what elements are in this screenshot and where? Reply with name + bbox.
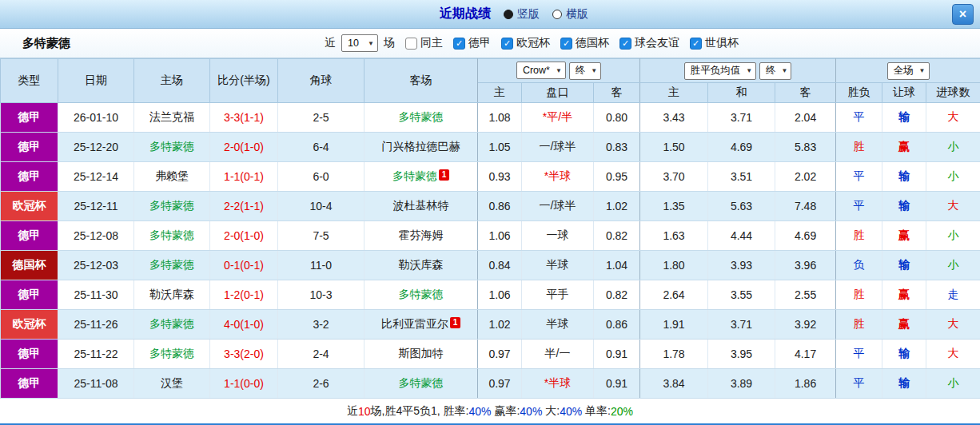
checkbox-unchecked-icon[interactable] <box>405 38 417 50</box>
filter-checkbox-同主[interactable]: 同主 <box>405 36 443 50</box>
league-cell: 德甲 <box>1 162 58 192</box>
subheader-handicap-result: 让球 <box>882 83 926 103</box>
result-cell: 胜 <box>836 221 882 251</box>
match-row: 德甲25-11-30勒沃库森1-2(0-1)10-3多特蒙德1.06平手0.82… <box>1 280 980 310</box>
filter-checkbox-世俱杯[interactable]: ✓世俱杯 <box>690 36 739 50</box>
league-cell: 德甲 <box>1 221 58 251</box>
avg-home-cell: 1.50 <box>640 133 708 162</box>
date-cell: 25-11-22 <box>58 340 134 369</box>
league-cell: 欧冠杯 <box>1 192 58 221</box>
avg-draw-cell: 3.93 <box>708 251 775 280</box>
team-name: 勒沃库森 <box>149 288 194 300</box>
odds-company-value: Crow* <box>523 65 550 76</box>
avg-type-select[interactable]: 胜平负均值 ▼ <box>684 62 756 80</box>
col-header-corners: 角球 <box>278 59 365 103</box>
away-team-cell: 比利亚雷亚尔1 <box>365 310 478 340</box>
radio-horizontal-layout[interactable]: 横版 <box>552 7 588 22</box>
chevron-down-icon: ▼ <box>591 67 597 74</box>
team-name: 多特蒙德 <box>149 140 194 153</box>
col-header-away: 客场 <box>365 59 478 103</box>
date-cell: 25-12-03 <box>58 251 134 280</box>
checkbox-checked-icon[interactable]: ✓ <box>501 38 513 50</box>
goals-cell: 大 <box>926 192 980 221</box>
scope-select[interactable]: 全场 ▼ <box>887 62 930 80</box>
team-name: 波杜基林特 <box>393 199 449 212</box>
chevron-down-icon: ▼ <box>746 67 752 74</box>
result-cell: 胜 <box>836 310 882 340</box>
checkbox-label: 欧冠杯 <box>516 36 550 50</box>
league-cell: 欧冠杯 <box>1 310 58 340</box>
handicap-result-cell: 赢 <box>882 221 926 251</box>
checkbox-checked-icon[interactable]: ✓ <box>560 38 572 50</box>
home-team-cell: 勒沃库森 <box>134 280 210 310</box>
filter-checkbox-德甲[interactable]: ✓德甲 <box>453 36 491 50</box>
odds-home-cell: 0.97 <box>478 369 522 399</box>
league-cell: 德甲 <box>1 340 58 369</box>
summary-segment: 40% <box>520 405 542 418</box>
team-name: 法兰克福 <box>149 110 194 123</box>
radio-vertical-layout[interactable]: 竖版 <box>504 7 540 22</box>
checkbox-label: 球会友谊 <box>635 36 679 50</box>
away-team-cell: 多特蒙德 <box>365 280 478 310</box>
score-cell: 3-3(2-0) <box>210 340 278 369</box>
corners-cell: 6-0 <box>278 162 365 192</box>
result-cell: 平 <box>836 162 882 192</box>
handicap-result-cell: 赢 <box>882 133 926 162</box>
scope-section-header: 全场 ▼ <box>836 59 980 83</box>
avg-home-cell: 3.43 <box>640 103 708 133</box>
odds-stage-value: 终 <box>576 64 586 77</box>
checkbox-checked-icon[interactable]: ✓ <box>690 38 702 50</box>
date-cell: 25-11-08 <box>58 369 134 399</box>
away-team-cell: 勒沃库森 <box>365 251 478 280</box>
odds-stage-select[interactable]: 终 ▼ <box>569 62 601 80</box>
avg-stage-select[interactable]: 终 ▼ <box>759 62 791 80</box>
title-group: 近期战绩 竖版 横版 <box>440 6 588 22</box>
subheader-goals: 进球数 <box>926 83 980 103</box>
avg-draw-cell: 3.71 <box>708 310 775 340</box>
chevron-down-icon: ▼ <box>919 67 926 74</box>
filter-checkbox-球会友谊[interactable]: ✓球会友谊 <box>619 36 679 50</box>
score-cell: 2-0(1-0) <box>210 221 278 251</box>
team-name: 霍芬海姆 <box>399 228 444 241</box>
summary-segment: 赢率: <box>492 404 520 419</box>
handicap-result-cell: 输 <box>882 192 926 221</box>
checkbox-checked-icon[interactable]: ✓ <box>453 38 465 50</box>
odds-away-cell: 0.86 <box>594 310 640 340</box>
goals-cell: 大 <box>926 103 980 133</box>
close-button[interactable]: × <box>952 4 974 25</box>
matches-label: 场 <box>384 36 395 50</box>
handicap-cell: 半/一 <box>522 340 594 369</box>
filter-checkbox-德国杯[interactable]: ✓德国杯 <box>560 36 609 50</box>
odds-away-cell: 0.91 <box>594 340 640 369</box>
home-team-cell: 汉堡 <box>134 369 210 399</box>
corners-cell: 2-5 <box>278 103 365 133</box>
near-label: 近 <box>325 36 336 50</box>
score-cell: 0-1(0-1) <box>210 251 278 280</box>
score-cell: 1-1(0-0) <box>210 369 278 399</box>
avg-away-cell: 3.96 <box>775 251 836 280</box>
match-row: 德甲26-01-10法兰克福3-3(1-1)2-5多特蒙德1.08*平/半0.8… <box>1 103 980 133</box>
league-cell: 德甲 <box>1 369 58 399</box>
summary-segment: 近 <box>347 404 358 419</box>
scope-value: 全场 <box>894 64 914 77</box>
avg-away-cell: 7.48 <box>775 192 836 221</box>
handicap-cell: 半球 <box>522 251 594 280</box>
team-name: 多特蒙德 <box>149 199 194 212</box>
filter-checkbox-欧冠杯[interactable]: ✓欧冠杯 <box>501 36 550 50</box>
odds-away-cell: 0.80 <box>594 103 640 133</box>
match-count-select[interactable]: 10 ▼ <box>341 34 378 52</box>
home-team-cell: 多特蒙德 <box>134 251 210 280</box>
goals-cell: 小 <box>926 162 980 192</box>
home-team-cell: 多特蒙德 <box>134 133 210 162</box>
score-cell: 2-0(1-0) <box>210 133 278 162</box>
subheader-result: 胜负 <box>836 83 882 103</box>
avg-home-cell: 1.78 <box>640 340 708 369</box>
odds-home-cell: 1.05 <box>478 133 522 162</box>
odds-company-select[interactable]: Crow* ▼ <box>516 62 566 79</box>
date-cell: 25-11-30 <box>58 280 134 310</box>
team-name-label: 多特蒙德 <box>22 36 70 51</box>
summary-segment: 场,胜4平5负1, 胜率: <box>371 404 469 419</box>
match-row: 德甲25-12-08多特蒙德2-0(1-0)7-5霍芬海姆1.06一球0.821… <box>1 221 980 251</box>
checkbox-checked-icon[interactable]: ✓ <box>619 38 631 50</box>
team-name: 弗赖堡 <box>155 169 189 182</box>
